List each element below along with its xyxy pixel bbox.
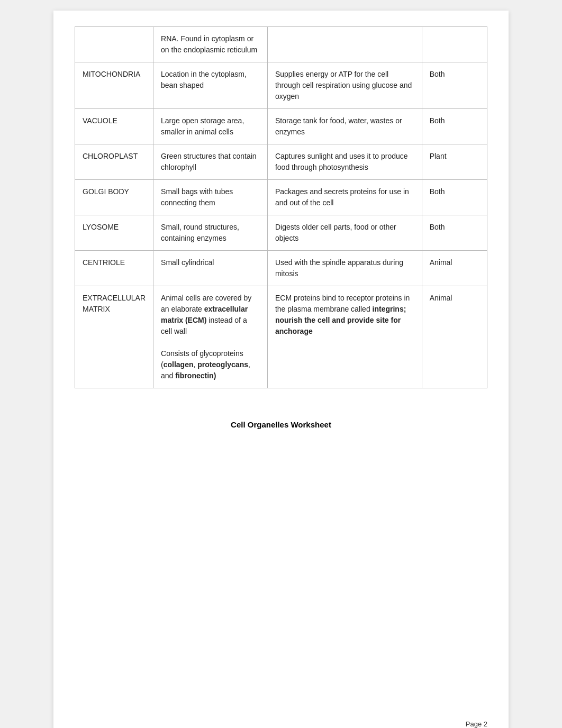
cell-name: EXTRACELLULAR MATRIX <box>75 286 153 388</box>
cell-type: Plant <box>422 144 487 180</box>
cell-type: Both <box>422 109 487 144</box>
cell-structure: Animal cells are covered by an elaborate… <box>153 286 268 388</box>
table-row: MITOCHONDRIA Location in the cytoplasm, … <box>75 62 487 109</box>
cell-name <box>75 27 153 62</box>
cell-type: Animal <box>422 286 487 388</box>
cell-type: Both <box>422 62 487 109</box>
cell-name: GOLGI BODY <box>75 180 153 215</box>
cell-function: Captures sunlight and uses it to produce… <box>267 144 422 180</box>
cell-function: ECM proteins bind to receptor proteins i… <box>267 286 422 388</box>
cell-name: LYOSOME <box>75 215 153 251</box>
table-row: EXTRACELLULAR MATRIX Animal cells are co… <box>75 286 487 388</box>
cell-structure: Small cylindrical <box>153 251 268 286</box>
table-row: CHLOROPLAST Green structures that contai… <box>75 144 487 180</box>
cell-structure: Small bags with tubes connecting them <box>153 180 268 215</box>
cell-function: Used with the spindle apparatus during m… <box>267 251 422 286</box>
cell-function: Digests older cell parts, food or other … <box>267 215 422 251</box>
cell-function <box>267 27 422 62</box>
cell-function: Supplies energy or ATP for the cell thro… <box>267 62 422 109</box>
table-row: VACUOLE Large open storage area, smaller… <box>75 109 487 144</box>
table-row: LYOSOME Small, round structures, contain… <box>75 215 487 251</box>
page: RNA. Found in cytoplasm or on the endopl… <box>53 11 509 728</box>
table-row: RNA. Found in cytoplasm or on the endopl… <box>75 27 487 62</box>
footer-title: Cell Organelles Worksheet <box>75 420 487 429</box>
cell-function: Packages and secrets proteins for use in… <box>267 180 422 215</box>
cell-name: CENTRIOLE <box>75 251 153 286</box>
cell-name: MITOCHONDRIA <box>75 62 153 109</box>
cell-structure: RNA. Found in cytoplasm or on the endopl… <box>153 27 268 62</box>
organelles-table: RNA. Found in cytoplasm or on the endopl… <box>75 26 487 388</box>
cell-type: Both <box>422 180 487 215</box>
cell-name: VACUOLE <box>75 109 153 144</box>
cell-type: Animal <box>422 251 487 286</box>
table-row: CENTRIOLE Small cylindrical Used with th… <box>75 251 487 286</box>
page-number: Page 2 <box>466 720 487 728</box>
cell-type <box>422 27 487 62</box>
cell-name: CHLOROPLAST <box>75 144 153 180</box>
cell-structure: Large open storage area, smaller in anim… <box>153 109 268 144</box>
table-row: GOLGI BODY Small bags with tubes connect… <box>75 180 487 215</box>
cell-structure: Green structures that contain chlorophyl… <box>153 144 268 180</box>
cell-structure: Small, round structures, containing enzy… <box>153 215 268 251</box>
cell-function: Storage tank for food, water, wastes or … <box>267 109 422 144</box>
cell-type: Both <box>422 215 487 251</box>
cell-structure: Location in the cytoplasm, bean shaped <box>153 62 268 109</box>
